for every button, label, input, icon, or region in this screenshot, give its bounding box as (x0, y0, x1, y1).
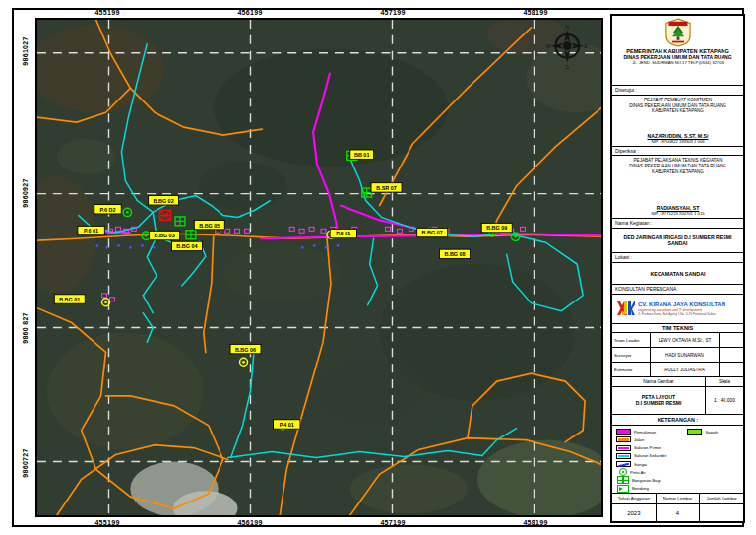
pemukiman-mark (289, 227, 294, 231)
checked-nip: NIP. 19771223 200701 1 015 (651, 211, 704, 216)
coord-y-label: 9861027 (22, 36, 29, 65)
map-feature-label: B.BG 08 (440, 249, 471, 258)
team-signature-cell (720, 363, 743, 376)
approved-label: Disetujui : (612, 86, 743, 96)
sungai-swatch-icon (616, 461, 631, 467)
footer-val-tahun: 2023 (612, 504, 657, 521)
team-label: TIM TEKNIS (612, 324, 743, 334)
jalan-swatch-icon (616, 436, 631, 442)
coord-x-label: 457199 (380, 9, 405, 16)
pemukiman-mark (109, 298, 114, 301)
bangunan-red-icon (160, 210, 171, 220)
activity-name: DED JARINGAN IRIGASI D.I SUMBER RESMI SA… (612, 229, 743, 254)
approved-signature-box: PEJABAT PEMBUAT KOMITMEN DINAS PEKERJAAN… (612, 96, 743, 146)
legend-item-label: Sungai (634, 462, 647, 467)
footer-col-nomor: Nomor Lembar (657, 494, 701, 503)
team-signature-cell (720, 348, 743, 362)
marker-kuning-icon (240, 358, 248, 366)
team-name: HADI SUNARWAN (651, 348, 720, 362)
footer-col-tahun: Tahun Anggaran (612, 494, 657, 503)
consultant-name: CV. KIRANA JAYA KONSULTAN (638, 301, 725, 308)
map-secondary-line (228, 451, 482, 458)
location-name: KECAMATAN SANDAI (612, 263, 743, 285)
map-feature-label: B.BG 02 (149, 196, 179, 205)
legend-item: Saluran Sekunder (616, 452, 687, 459)
legend-item-label: Bendung (632, 486, 649, 491)
drawing-name: PETA LAYOUT D.I SUMBER RESMI (612, 387, 706, 414)
pemukiman-mark (245, 229, 250, 233)
consultant-label: KONSULTAN PERENCANA (612, 285, 743, 295)
legend-item-label: Sawah (705, 430, 718, 435)
legend-item: Jalan (616, 436, 687, 443)
pemukiman-mark (321, 229, 326, 233)
drawing-scale-header: Skala (706, 377, 743, 386)
drawing-name-line2: D.I SUMBER RESMI (636, 400, 682, 406)
map-element: BB 01 (354, 152, 369, 158)
map-canvas: B.BG 02P.6 D2P.6 01B.BG 03B.BG 04B.BG 05… (35, 18, 603, 517)
map-element: P.5 01 (336, 231, 350, 236)
map-feature-label: B.BG 05 (194, 220, 224, 229)
ketapang-crest-logo (665, 18, 691, 47)
team-name: LEWY OKTAVIA M.SI., ST (651, 333, 720, 347)
map-secondary-line (368, 238, 378, 304)
map-element: B.SR 07 (376, 185, 397, 191)
coord-y-label: 9860 827 (22, 312, 29, 344)
footer-val-nomor: 4 (657, 504, 701, 521)
saluran-sekunder-swatch-icon (616, 453, 631, 459)
bangunan-hijau-icon (175, 217, 185, 226)
map-element (104, 301, 107, 303)
pemukiman-mark (386, 227, 391, 231)
pintu-air-swatch-icon (619, 468, 627, 476)
pemukiman-mark (397, 229, 402, 233)
coord-y-label: 9860727 (22, 448, 29, 477)
map-element: P.4 01 (280, 422, 294, 428)
team-row: Estimator RULLY JULIASTRA (612, 363, 743, 377)
map-element: B.BG 06 (235, 347, 256, 353)
map-element: B.BG 08 (444, 251, 465, 257)
checked-label: Diperiksa : (612, 147, 743, 157)
blue-mark (153, 246, 155, 248)
team-role: Team Leader (612, 333, 651, 347)
legend-item: Pemukiman (616, 429, 687, 435)
checked-line3: KABUPATEN KETAPANG (652, 169, 704, 175)
legend-item-label: Saluran Sekunder (634, 453, 667, 458)
legend-item: Sungai (616, 460, 687, 467)
location-label: Lokasi : (612, 253, 743, 263)
saluran-primer-swatch-icon (616, 445, 631, 451)
map-feature-label: B.BG 09 (481, 223, 512, 232)
map-secondary-line (143, 212, 157, 312)
pemukiman-mark (225, 229, 230, 233)
legend-item-label: Pintu Air (630, 470, 646, 475)
legend-item: Pintu Air (616, 469, 687, 476)
team-row: Surveyor HADI SUNARWAN (612, 348, 743, 363)
blue-mark (96, 244, 98, 246)
bangunan-hijau-icon (362, 188, 372, 197)
svg-text:N: N (565, 25, 569, 30)
legend-item-label: Pemukiman (634, 430, 656, 435)
team-name: RULLY JULIASTRA (651, 363, 720, 376)
legend: Pemukiman Jalan Saluran Primer Saluran S… (612, 426, 743, 495)
footer-header-row: Tahun Anggaran Nomor Lembar Jumlah Gamba… (612, 494, 743, 504)
team-role: Estimator (612, 363, 651, 376)
map-feature-label: BB 01 (350, 150, 374, 159)
coord-x-label: 458199 (523, 9, 547, 16)
drawing-name-header: Nama Gambar (612, 377, 706, 386)
footer-value-row: 2023 4 (612, 504, 743, 521)
pemukiman-mark (521, 227, 526, 231)
blue-mark (129, 246, 131, 248)
map-feature-label: B.BG 06 (230, 344, 261, 353)
pintu-air-icon (123, 208, 131, 216)
team-role: Surveyor (612, 348, 651, 362)
consultant-logo (615, 300, 635, 317)
legend-item: Saluran Primer (616, 444, 687, 451)
checked-signature-box: PEJABAT PELAKSANA TEKNIS KEGIATAN DINAS … (612, 156, 743, 218)
map-element: B.BG 04 (176, 243, 197, 249)
map-element: B.BG 09 (486, 226, 507, 232)
satellite-texture (37, 20, 601, 515)
map-element (514, 235, 517, 238)
legend-label: KETERANGAN : (612, 415, 743, 426)
bangunan-bagi-swatch-icon (617, 476, 629, 484)
map-svg: B.BG 02P.6 D2P.6 01B.BG 03B.BG 04B.BG 05… (37, 20, 601, 515)
team-table: Team Leader LEWY OKTAVIA M.SI., ST Surve… (612, 333, 743, 376)
map-feature-label: B.BG 07 (417, 228, 448, 236)
